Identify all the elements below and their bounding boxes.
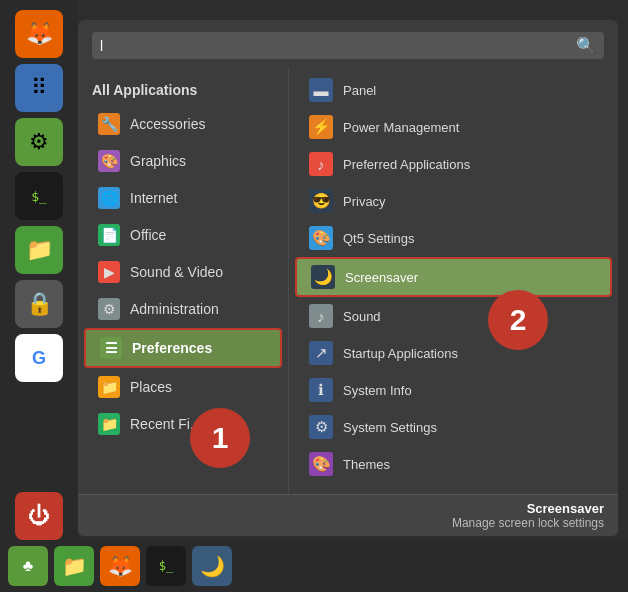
menu-content: All Applications 🔧 Accessories 🎨 Graphic… (78, 67, 618, 494)
app-system-info-label: System Info (343, 383, 412, 398)
category-administration[interactable]: ⚙ Administration (84, 291, 282, 327)
taskbar-apps[interactable]: ⠿ (15, 64, 63, 112)
search-icon[interactable]: 🔍 (576, 36, 596, 55)
category-sound-video[interactable]: ▶ Sound & Video (84, 254, 282, 290)
app-sound[interactable]: ♪ Sound (295, 298, 612, 334)
administration-icon: ⚙ (98, 298, 120, 320)
bottom-files[interactable]: 📁 (54, 546, 94, 586)
taskbar-bottom: ♣ 📁 🦊 $_ 🌙 (0, 540, 628, 592)
category-preferences[interactable]: ☰ Preferences (84, 328, 282, 368)
app-screensaver-label: Screensaver (345, 270, 418, 285)
taskbar-left: 🦊 ⠿ ⚙ $_ 📁 🔒 G ⏻ (0, 0, 78, 540)
taskbar-firefox[interactable]: 🦊 (15, 10, 63, 58)
category-accessories-label: Accessories (130, 116, 205, 132)
graphics-icon: 🎨 (98, 150, 120, 172)
accessories-icon: 🔧 (98, 113, 120, 135)
screensaver-icon: 🌙 (311, 265, 335, 289)
app-startup-applications[interactable]: ↗ Startup Applications (295, 335, 612, 371)
category-internet-label: Internet (130, 190, 177, 206)
privacy-icon: 😎 (309, 189, 333, 213)
startup-applications-icon: ↗ (309, 341, 333, 365)
system-info-icon: ℹ (309, 378, 333, 402)
app-privacy[interactable]: 😎 Privacy (295, 183, 612, 219)
panel-icon: ▬ (309, 78, 333, 102)
category-places[interactable]: 📁 Places (84, 369, 282, 405)
status-description: Manage screen lock settings (92, 516, 604, 530)
qt5-settings-icon: 🎨 (309, 226, 333, 250)
taskbar-power[interactable]: ⏻ (15, 492, 63, 540)
search-input[interactable] (100, 38, 570, 54)
category-accessories[interactable]: 🔧 Accessories (84, 106, 282, 142)
category-recent[interactable]: 📁 Recent Fi... (84, 406, 282, 442)
office-icon: 📄 (98, 224, 120, 246)
themes-icon: 🎨 (309, 452, 333, 476)
category-preferences-label: Preferences (132, 340, 212, 356)
app-qt5-settings-label: Qt5 Settings (343, 231, 415, 246)
taskbar-files[interactable]: 📁 (15, 226, 63, 274)
app-qt5-settings[interactable]: 🎨 Qt5 Settings (295, 220, 612, 256)
app-screensaver[interactable]: 🌙 Screensaver (295, 257, 612, 297)
apps-list: ▬ Panel ⚡ Power Management ♪ Preferred A… (288, 67, 618, 494)
search-bar: 🔍 (78, 20, 618, 67)
category-places-label: Places (130, 379, 172, 395)
app-system-settings-label: System Settings (343, 420, 437, 435)
power-management-icon: ⚡ (309, 115, 333, 139)
app-preferred-apps-label: Preferred Applications (343, 157, 470, 172)
category-internet[interactable]: 🌐 Internet (84, 180, 282, 216)
internet-icon: 🌐 (98, 187, 120, 209)
sound-icon: ♪ (309, 304, 333, 328)
bottom-mint[interactable]: ♣ (8, 546, 48, 586)
app-power-management-label: Power Management (343, 120, 459, 135)
preferences-icon: ☰ (100, 337, 122, 359)
recent-icon: 📁 (98, 413, 120, 435)
app-system-info[interactable]: ℹ System Info (295, 372, 612, 408)
app-power-management[interactable]: ⚡ Power Management (295, 109, 612, 145)
taskbar-lock[interactable]: 🔒 (15, 280, 63, 328)
taskbar-terminal[interactable]: $_ (15, 172, 63, 220)
places-icon: 📁 (98, 376, 120, 398)
category-office-label: Office (130, 227, 166, 243)
status-title: Screensaver (92, 501, 604, 516)
category-recent-label: Recent Fi... (130, 416, 202, 432)
search-input-wrap[interactable]: 🔍 (92, 32, 604, 59)
app-system-settings[interactable]: ⚙ System Settings (295, 409, 612, 445)
bottom-screensaver[interactable]: 🌙 (192, 546, 232, 586)
bottom-terminal[interactable]: $_ (146, 546, 186, 586)
taskbar-google[interactable]: G (15, 334, 63, 382)
sound-video-icon: ▶ (98, 261, 120, 283)
bottom-firefox[interactable]: 🦊 (100, 546, 140, 586)
category-graphics[interactable]: 🎨 Graphics (84, 143, 282, 179)
app-privacy-label: Privacy (343, 194, 386, 209)
system-settings-icon: ⚙ (309, 415, 333, 439)
app-startup-applications-label: Startup Applications (343, 346, 458, 361)
menu-panel: 🔍 All Applications 🔧 Accessories 🎨 Graph… (78, 20, 618, 536)
category-list: All Applications 🔧 Accessories 🎨 Graphic… (78, 67, 288, 494)
category-office[interactable]: 📄 Office (84, 217, 282, 253)
category-sound-video-label: Sound & Video (130, 264, 223, 280)
category-graphics-label: Graphics (130, 153, 186, 169)
category-all[interactable]: All Applications (78, 75, 288, 105)
app-panel[interactable]: ▬ Panel (295, 72, 612, 108)
app-sound-label: Sound (343, 309, 381, 324)
category-administration-label: Administration (130, 301, 219, 317)
app-panel-label: Panel (343, 83, 376, 98)
app-themes-label: Themes (343, 457, 390, 472)
taskbar-settings[interactable]: ⚙ (15, 118, 63, 166)
preferred-apps-icon: ♪ (309, 152, 333, 176)
app-preferred-apps[interactable]: ♪ Preferred Applications (295, 146, 612, 182)
app-themes[interactable]: 🎨 Themes (295, 446, 612, 482)
status-bar: Screensaver Manage screen lock settings (78, 494, 618, 536)
